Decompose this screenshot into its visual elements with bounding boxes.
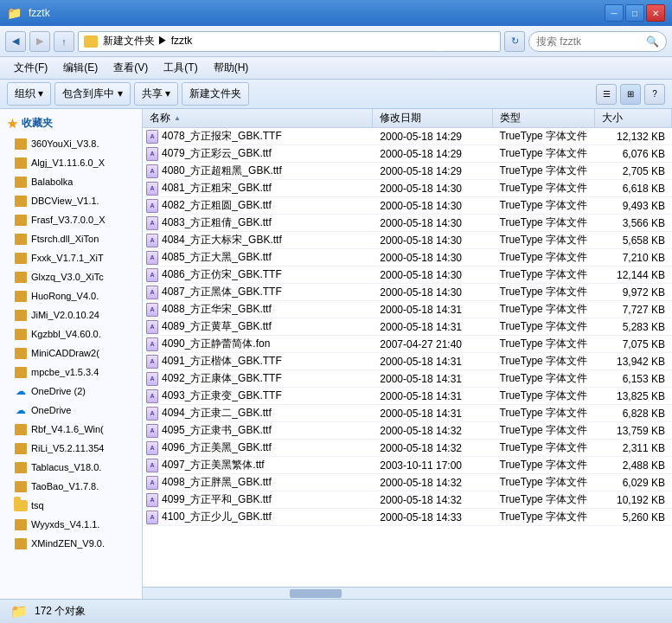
sidebar-item[interactable]: Algj_V1.11.6.0_X <box>0 153 142 172</box>
table-row[interactable]: A4086_方正仿宋_GBK.TTF2000-05-18 14:30TrueTy… <box>143 267 672 284</box>
table-row[interactable]: A4090_方正静蕾简体.fon2007-04-27 21:40TrueType… <box>143 336 672 353</box>
menu-view[interactable]: 查看(V) <box>106 59 155 77</box>
sidebar-item-icon <box>14 441 28 455</box>
col-header-date[interactable]: 修改日期 <box>373 109 492 127</box>
table-row[interactable]: A4078_方正报宋_GBK.TTF2000-05-18 14:29TrueTy… <box>143 128 672 145</box>
menu-help[interactable]: 帮助(H) <box>207 59 256 77</box>
maximize-button[interactable]: □ <box>625 4 644 22</box>
file-size: 6,828 KB <box>595 408 672 420</box>
table-row[interactable]: A4089_方正黄草_GBK.ttf2000-05-18 14:31TrueTy… <box>143 318 672 336</box>
file-date: 2000-05-18 14:30 <box>373 183 492 195</box>
address-box[interactable]: 新建文件夹 ▶ fzztk <box>78 31 501 52</box>
table-row[interactable]: A4094_方正隶二_GBK.ttf2000-05-18 14:31TrueTy… <box>143 405 672 422</box>
table-row[interactable]: A4087_方正黑体_GBK.TTF2000-05-18 14:30TrueTy… <box>143 284 672 301</box>
titlebar: 📁 fzztk ─ □ ✕ <box>0 0 672 26</box>
file-name: A4079_方正彩云_GBK.ttf <box>143 146 373 161</box>
minimize-button[interactable]: ─ <box>605 4 624 22</box>
menu-edit[interactable]: 编辑(E) <box>56 59 105 77</box>
sidebar-item[interactable]: JiMi_V2.0.10.24 <box>0 305 142 324</box>
file-size: 2,311 KB <box>595 442 672 454</box>
view-toggle-button[interactable]: ☰ <box>596 84 617 105</box>
help-button[interactable]: ? <box>644 84 665 105</box>
col-header-size[interactable]: 大小 <box>595 109 672 127</box>
sidebar-item[interactable]: ☁OneDrive (2) <box>0 382 142 401</box>
sidebar-item[interactable]: Rbf_V4.1.6_Win( <box>0 420 142 439</box>
file-size: 12,144 KB <box>595 269 672 281</box>
font-file-icon: A <box>146 234 158 247</box>
titlebar-buttons: ─ □ ✕ <box>605 4 665 22</box>
sidebar-item-label: tsq <box>31 500 44 511</box>
sidebar-item[interactable]: Ftsrch.dll_XiTon <box>0 229 142 248</box>
sidebar-item-icon <box>14 270 28 284</box>
sidebar-item[interactable]: Balabolka <box>0 172 142 191</box>
table-row[interactable]: A4081_方正粗宋_GBK.ttf2000-05-18 14:30TrueTy… <box>143 180 672 197</box>
col-header-name[interactable]: 名称 ▲ <box>143 109 373 127</box>
file-type: TrueType 字体文件 <box>493 285 596 299</box>
organize-button[interactable]: 组织 ▾ <box>7 82 51 106</box>
file-size: 13,825 KB <box>595 390 672 402</box>
close-button[interactable]: ✕ <box>646 4 665 22</box>
sidebar-item[interactable]: XMindZEN_V9.0. <box>0 534 142 553</box>
sidebar-item-label: JiMi_V2.0.10.24 <box>31 310 99 320</box>
sidebar-item[interactable]: MiniCADDraw2( <box>0 344 142 363</box>
table-row[interactable]: A4079_方正彩云_GBK.ttf2000-05-18 14:29TrueTy… <box>143 145 672 163</box>
sidebar-item[interactable]: ☁OneDrive <box>0 401 142 420</box>
file-type: TrueType 字体文件 <box>493 475 596 490</box>
search-box[interactable]: 🔍 <box>528 31 667 52</box>
search-input[interactable] <box>536 35 642 48</box>
table-row[interactable]: A4088_方正华宋_GBK.ttf2000-05-18 14:31TrueTy… <box>143 301 672 318</box>
table-row[interactable]: A4096_方正美黑_GBK.ttf2000-05-18 14:32TrueTy… <box>143 440 672 457</box>
back-button[interactable]: ◀ <box>5 31 26 52</box>
file-type: TrueType 字体文件 <box>493 164 596 178</box>
table-row[interactable]: A4084_方正大标宋_GBK.ttf2000-05-18 14:30TrueT… <box>143 232 672 249</box>
sidebar-item[interactable]: Glxzq_V3.0_XiTc <box>0 267 142 286</box>
sidebar-item[interactable]: 360YouXi_V3.8. <box>0 134 142 153</box>
search-icon: 🔍 <box>646 35 659 48</box>
details-view-button[interactable]: ⊞ <box>620 84 641 105</box>
table-row[interactable]: A4097_方正美黑繁体.ttf2003-10-11 17:00TrueType… <box>143 457 672 474</box>
file-name: A4095_方正隶书_GBK.ttf <box>143 423 373 438</box>
sidebar-item[interactable]: Wyyxds_V4.1.1. <box>0 515 142 534</box>
sidebar-item[interactable]: tsq <box>0 496 142 515</box>
table-row[interactable]: A4098_方正胖黑_GBK.ttf2000-05-18 14:32TrueTy… <box>143 474 672 491</box>
new-folder-button[interactable]: 新建文件夹 <box>182 82 249 106</box>
sidebar-item-label: Balabolka <box>31 177 73 187</box>
table-row[interactable]: A4100_方正少儿_GBK.ttf2000-05-18 14:33TrueTy… <box>143 509 672 526</box>
file-type: TrueType 字体文件 <box>493 440 596 455</box>
file-type: TrueType 字体文件 <box>493 406 596 421</box>
table-row[interactable]: A4093_方正隶变_GBK.TTF2000-05-18 14:31TrueTy… <box>143 388 672 405</box>
table-row[interactable]: A4091_方正楷体_GBK.TTF2000-05-18 14:31TrueTy… <box>143 353 672 370</box>
sidebar-item[interactable]: Tablacus_V18.0. <box>0 458 142 477</box>
sidebar-item[interactable]: mpcbe_v1.5.3.4 <box>0 363 142 382</box>
table-row[interactable]: A4085_方正大黑_GBK.ttf2000-05-18 14:30TrueTy… <box>143 249 672 267</box>
sidebar-item-icon <box>14 479 28 493</box>
sidebar-item-label: Kgzbbl_V4.60.0. <box>31 329 101 339</box>
share-button[interactable]: 共享 ▾ <box>134 82 178 106</box>
refresh-button[interactable]: ↻ <box>504 31 525 52</box>
sidebar-item[interactable]: Frasf_V3.7.0.0_X <box>0 210 142 229</box>
sidebar-item[interactable]: Fxxk_V1.7.1_XiT <box>0 248 142 267</box>
include-lib-button[interactable]: 包含到库中 ▾ <box>54 82 130 106</box>
up-button[interactable]: ↑ <box>54 31 74 52</box>
forward-button[interactable]: ▶ <box>29 31 50 52</box>
menu-tools[interactable]: 工具(T) <box>157 59 204 77</box>
folder-icon <box>84 35 98 48</box>
file-size: 13,942 KB <box>595 356 672 368</box>
table-row[interactable]: A4082_方正粗圆_GBK.ttf2000-05-18 14:30TrueTy… <box>143 197 672 215</box>
table-row[interactable]: A4092_方正康体_GBK.TTF2000-05-18 14:31TrueTy… <box>143 370 672 388</box>
sidebar-item[interactable]: Kgzbbl_V4.60.0. <box>0 324 142 344</box>
font-file-icon: A <box>146 424 158 438</box>
table-row[interactable]: A4080_方正超粗黑_GBK.ttf2000-05-18 14:29TrueT… <box>143 163 672 180</box>
horizontal-scrollbar[interactable] <box>143 587 672 599</box>
table-row[interactable]: A4099_方正平和_GBK.ttf2000-05-18 14:32TrueTy… <box>143 491 672 509</box>
sidebar-item[interactable]: RiLi_V5.2.11.354 <box>0 439 142 458</box>
menu-file[interactable]: 文件(F) <box>7 59 54 77</box>
file-date: 2000-05-18 14:29 <box>373 165 492 177</box>
sidebar-item[interactable]: TaoBao_V1.7.8. <box>0 477 142 496</box>
addressbar: ◀ ▶ ↑ 新建文件夹 ▶ fzztk ↻ 🔍 <box>0 26 672 57</box>
sidebar-item[interactable]: DBCView_V1.1. <box>0 191 142 210</box>
sidebar-item[interactable]: HuoRong_V4.0. <box>0 286 142 305</box>
table-row[interactable]: A4083_方正粗倩_GBK.ttf2000-05-18 14:30TrueTy… <box>143 215 672 232</box>
table-row[interactable]: A4095_方正隶书_GBK.ttf2000-05-18 14:32TrueTy… <box>143 422 672 440</box>
col-header-type[interactable]: 类型 <box>493 109 596 127</box>
